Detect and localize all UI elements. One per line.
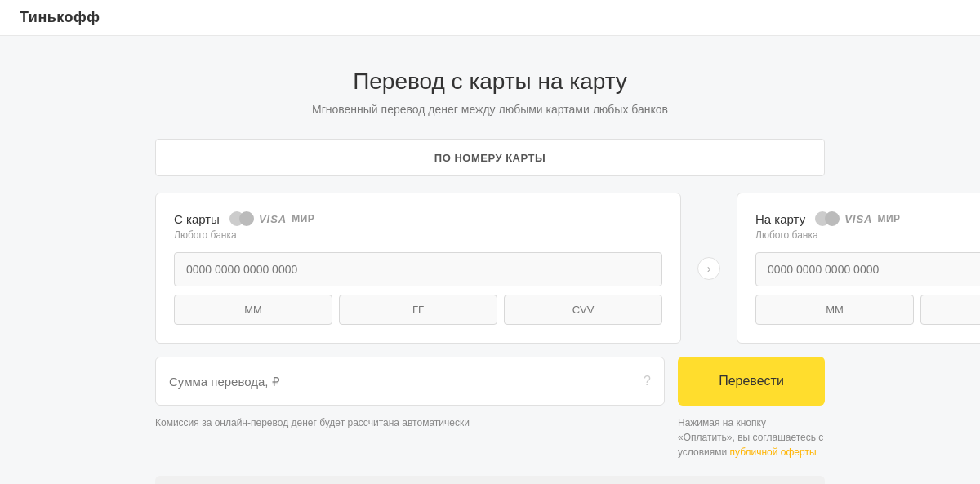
tab-bar[interactable]: ПО НОМЕРУ КАРТЫ [155,139,825,176]
site-header: Тинькофф [0,0,980,36]
from-card-title: С карты [174,212,220,226]
to-card-yy-input[interactable] [920,295,980,325]
to-card-number-input[interactable] [755,252,980,286]
to-card-subtitle: Любого банка [755,229,980,241]
arrow-right-icon: › [697,257,720,280]
from-card-cvv-input[interactable] [504,295,662,325]
from-card-mm-input[interactable] [174,295,332,325]
mastercard-icon [229,211,254,226]
mc-right-circle [239,211,254,226]
from-card-number-input[interactable] [174,252,662,286]
to-card-panel: На карту VISA МИР Любого банка [737,193,980,344]
page-title: Перевод с карты на карту [155,69,825,95]
disclaimer-box: Максимальная сумма перевода — 500 000 ₽.… [155,476,825,484]
page-subtitle: Мгновенный перевод денег между любыми ка… [155,103,825,116]
mir-logo: МИР [292,213,314,224]
tab-by-card-number[interactable]: ПО НОМЕРУ КАРТЫ [434,152,546,164]
amount-panel: ? [155,357,665,406]
from-card-panel: С карты VISA МИР Любого банка [155,193,681,344]
to-card-mm-input[interactable] [755,295,914,325]
amount-input[interactable] [169,375,635,389]
to-mc-right-circle [825,211,840,226]
cards-row: С карты VISA МИР Любого банка › [155,193,825,344]
help-icon[interactable]: ? [644,374,651,389]
arrow-divider: › [694,257,724,280]
info-cols: Комиссия за онлайн-перевод денег будет р… [155,415,825,460]
to-mir-logo: МИР [877,213,900,224]
bottom-row: ? Перевести [155,357,825,406]
main-content: Перевод с карты на карту Мгновенный пере… [139,36,841,484]
to-card-expiry-cvv [755,295,980,325]
offer-link[interactable]: публичной оферты [730,446,817,458]
to-card-header: На карту VISA МИР [755,211,980,226]
from-card-subtitle: Любого банка [174,229,662,241]
visa-logo: VISA [259,213,287,225]
from-card-logos: VISA МИР [229,211,314,226]
from-card-header: С карты VISA МИР [174,211,662,226]
to-mastercard-icon [815,211,840,226]
to-card-logos: VISA МИР [815,211,900,226]
to-visa-logo: VISA [844,213,872,225]
transfer-button[interactable]: Перевести [678,357,825,406]
to-card-title: На карту [755,212,805,226]
from-card-yy-input[interactable] [339,295,497,325]
site-logo: Тинькофф [20,9,100,26]
offer-info: Нажимая на кнопку «Оплатить», вы соглаша… [678,415,825,460]
commission-info: Комиссия за онлайн-перевод денег будет р… [155,415,665,460]
from-card-expiry-cvv [174,295,662,325]
